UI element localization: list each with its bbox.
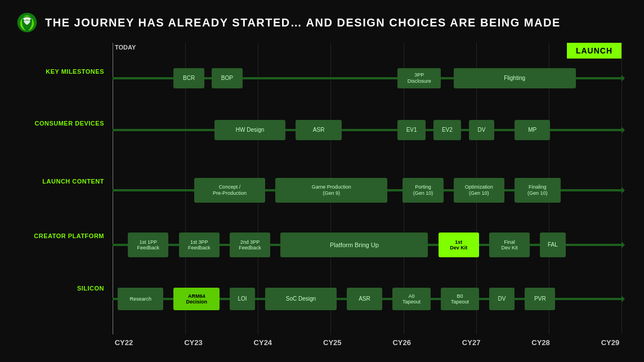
lc-finaling: Finaling(Gen 10) <box>515 178 560 203</box>
km-3pp: 3PPDisclosure <box>397 68 441 88</box>
cp-2nd3pp: 2nd 3PPFeedback <box>230 233 270 257</box>
launch-content-row: Concept /Pre-Production Game Production(… <box>113 178 621 203</box>
xbox-logo-icon <box>17 12 37 33</box>
row-label-creator-platform: CREATOR PLATFORM <box>17 233 104 239</box>
cp-1pp: 1st 1PPFeedback <box>128 233 168 257</box>
si-research: Research <box>118 288 163 310</box>
cd-mp: MP <box>515 120 550 140</box>
km-flighting: Flighting <box>454 68 576 88</box>
cp-fal: FAL <box>540 233 565 257</box>
row-labels: KEY MILESTONES CONSUMER DEVICES LAUNCH C… <box>17 60 110 334</box>
si-dv: DV <box>489 288 515 310</box>
cd-asr: ASR <box>296 120 341 140</box>
year-cy22: CY22 <box>113 338 135 347</box>
slide: THE JOURNEY HAS ALREADY STARTED… AND DES… <box>0 0 644 362</box>
row-label-silicon: SILICON <box>17 285 104 292</box>
km-bcr: BCR <box>173 68 204 88</box>
si-socdesign: SoC Design <box>265 288 337 310</box>
cd-ev2: EV2 <box>433 120 462 140</box>
consumer-devices-row: HW Design ASR EV1 EV2 DV MP <box>113 120 621 140</box>
lc-optimization: Optimization(Gen 10) <box>454 178 504 203</box>
lc-concept: Concept /Pre-Production <box>194 178 266 203</box>
km-arrow <box>621 75 625 82</box>
cp-1stdevkit: 1stDev Kit <box>439 233 479 257</box>
year-cy29: CY29 <box>599 338 621 347</box>
header: THE JOURNEY HAS ALREADY STARTED… AND DES… <box>17 12 627 33</box>
km-bop: BOP <box>212 68 242 88</box>
year-cy27: CY27 <box>460 338 482 347</box>
cd-ev1: EV1 <box>397 120 426 140</box>
cp-1st3pp: 1st 3PPFeedback <box>179 233 220 257</box>
year-cy24: CY24 <box>252 338 274 347</box>
silicon-row: Research ARM64Decision LOI SoC Design AS… <box>113 288 621 310</box>
si-asr: ASR <box>347 288 382 310</box>
row-label-launch-content: LAUNCH CONTENT <box>17 178 104 185</box>
lc-porting: Porting(Gen 10) <box>402 178 443 203</box>
si-a0: A0Tapeout <box>392 288 431 310</box>
cp-finaldevkit: FinalDev Kit <box>489 233 530 257</box>
year-cy26: CY26 <box>391 338 413 347</box>
row-label-key-milestones: KEY MILESTONES <box>17 68 104 75</box>
year-labels: CY22 CY23 CY24 CY25 CY26 CY27 CY28 CY29 <box>113 338 621 347</box>
si-b0: B0Tapeout <box>441 288 479 310</box>
cd-hwdesign: HW Design <box>214 120 286 140</box>
row-label-consumer-devices: CONSUMER DEVICES <box>17 120 104 127</box>
key-milestones-row: BCR BOP 3PPDisclosure Flighting <box>113 68 621 88</box>
si-arrow <box>621 296 625 302</box>
year-cy23: CY23 <box>182 338 204 347</box>
bars-container: BCR BOP 3PPDisclosure Flighting HW Desig… <box>113 60 621 334</box>
lc-arrow <box>621 187 625 194</box>
si-loi: LOI <box>230 288 255 310</box>
year-cy25: CY25 <box>321 338 343 347</box>
si-arm64: ARM64Decision <box>173 288 219 310</box>
cp-arrow <box>621 242 625 248</box>
cd-dv: DV <box>469 120 494 140</box>
cd-arrow <box>621 127 625 133</box>
lc-gameproduction: Game Production(Gen 9) <box>275 178 387 203</box>
chart-area: LAUNCH TODAY CY22 CY23 CY24 CY25 CY26 CY… <box>17 43 627 347</box>
year-cy28: CY28 <box>530 338 552 347</box>
cp-platformbringup: Platform Bring Up <box>280 233 428 257</box>
header-title: THE JOURNEY HAS ALREADY STARTED… AND DES… <box>45 16 561 29</box>
creator-platform-row: 1st 1PPFeedback 1st 3PPFeedback 2nd 3PPF… <box>113 233 621 257</box>
si-pvr: PVR <box>525 288 555 310</box>
